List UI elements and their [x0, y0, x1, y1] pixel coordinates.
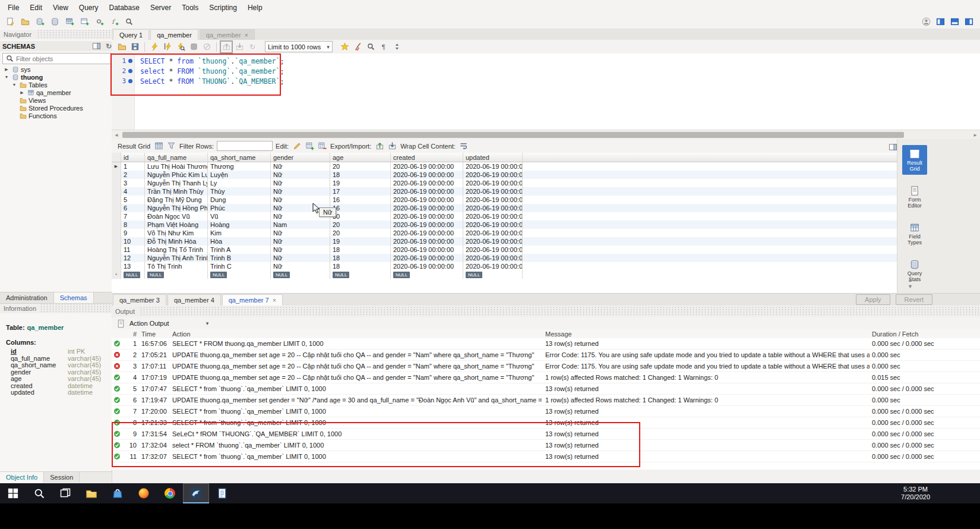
execute-current-icon[interactable] [162, 42, 173, 52]
tree-item-qa_member[interactable]: ▶qa_member [1, 89, 110, 96]
tree-arrow-icon[interactable]: ▶ [4, 67, 10, 72]
grid-cell[interactable]: 13 [121, 262, 145, 270]
grid-cell[interactable]: 2020-06-19 00:00:00 [463, 196, 523, 204]
grid-cell[interactable]: 2020-06-19 00:00:00 [391, 162, 463, 171]
chrome-button[interactable] [157, 483, 183, 503]
column-header-qa_full_name[interactable]: qa_full_name [145, 153, 208, 162]
menu-file[interactable]: File [2, 1, 24, 14]
tab-session[interactable]: Session [44, 472, 80, 483]
query-tab-3[interactable]: qa_member× [200, 29, 255, 40]
grid-cell[interactable]: 19 [330, 237, 391, 245]
grid-cell[interactable]: Nữ [271, 179, 330, 187]
toggle-left-panel-icon[interactable] [935, 16, 946, 27]
save-script-icon[interactable] [129, 42, 140, 52]
new-procedure-icon[interactable] [94, 17, 105, 27]
editor-line-1[interactable]: 1SELECT * from `thuong`.`qa_member`; [112, 56, 980, 66]
grid-cell[interactable]: Nữ [271, 196, 330, 204]
edit-record-icon[interactable] [292, 141, 302, 152]
close-tab-icon[interactable]: × [273, 297, 276, 304]
rollback-icon[interactable] [234, 42, 245, 52]
grid-row[interactable]: 12Nguyễn Thị Anh TrinhTrinh BNữ182020-06… [112, 254, 897, 262]
grid-cell[interactable]: 2020-06-19 00:00:00 [391, 229, 463, 237]
grid-cell[interactable]: Nam [271, 221, 330, 229]
grid-cell[interactable]: NULL [208, 270, 271, 279]
tree-item-views[interactable]: Views [1, 96, 110, 104]
tree-arrow-icon[interactable]: ▼ [4, 75, 10, 79]
grid-cell[interactable]: Thương [208, 162, 271, 171]
grid-cell[interactable]: 30 [330, 212, 391, 221]
export-recordset-icon[interactable] [374, 141, 385, 152]
grid-cell[interactable]: Kim [208, 229, 271, 237]
sort-filter-icon[interactable] [166, 141, 176, 152]
grid-cell[interactable]: 2020-06-19 00:00:00 [463, 221, 523, 229]
grid-cell[interactable]: NULL [271, 270, 330, 279]
grid-cell[interactable]: Đặng Thị Mỹ Dung [145, 196, 208, 204]
column-header-id[interactable]: id [121, 153, 145, 162]
grid-cell[interactable]: 3 [121, 179, 145, 187]
grid-cell[interactable]: 2020-06-19 00:00:00 [391, 212, 463, 221]
grid-cell[interactable]: Nữ [271, 229, 330, 237]
grid-cell[interactable]: 2020-06-19 00:00:00 [463, 162, 523, 171]
grid-cell[interactable]: NULL [330, 270, 391, 279]
new-view-icon[interactable] [79, 17, 90, 27]
panel-tile-field-types[interactable]: FieldTypes [902, 219, 927, 248]
grid-row[interactable]: 8Phạm Việt HoàngHoàngNam202020-06-19 00:… [112, 221, 897, 229]
search-data-icon[interactable] [124, 17, 134, 27]
grid-cell[interactable]: 18 [330, 245, 391, 254]
grid-row[interactable]: 2Nguyễn Phúc Kim LuyệnLuyệnNữ182020-06-1… [112, 171, 897, 179]
query-tab-1[interactable]: Query 1 [113, 29, 149, 40]
grid-cell[interactable]: 2020-06-19 00:00:00 [391, 237, 463, 245]
find-icon[interactable] [366, 42, 377, 52]
tree-item-stored-procedures[interactable]: Stored Procedures [1, 104, 110, 112]
grid-cell[interactable]: 2020-06-19 00:00:00 [391, 187, 463, 196]
grid-cell[interactable]: 2020-06-19 00:00:00 [391, 262, 463, 270]
open-script-icon[interactable] [116, 42, 127, 52]
collapse-panel-icon[interactable] [91, 41, 102, 52]
tab-schemas[interactable]: Schemas [54, 292, 94, 303]
tree-arrow-icon[interactable]: ▶ [19, 90, 25, 95]
output-row[interactable]: 617:19:47UPDATE thuong.qa_member set gen… [112, 395, 980, 406]
tree-item-tables[interactable]: ▼Tables [1, 81, 110, 89]
grid-cell[interactable]: 19 [330, 179, 391, 187]
account-icon[interactable] [921, 16, 931, 27]
scrollbar-track[interactable] [121, 131, 970, 138]
grid-insert-row[interactable]: *NULLNULLNULLNULLNULLNULLNULL [112, 270, 897, 279]
editor-horizontal-scrollbar[interactable]: ◄ ► [112, 130, 980, 140]
grid-cell[interactable]: Nữ [271, 162, 330, 171]
firefox-button[interactable] [131, 483, 157, 503]
grid-cell[interactable]: Đỗ Thị Minh Hòa [145, 237, 208, 245]
grid-cell[interactable]: Nữ [271, 245, 330, 254]
inspector-icon[interactable] [49, 17, 60, 27]
grid-row[interactable]: 4Trần Thị Minh ThùyThùyNữ172020-06-19 00… [112, 187, 897, 196]
grid-cell[interactable]: 2020-06-19 00:00:00 [463, 212, 523, 221]
close-tab-icon[interactable]: × [245, 32, 248, 39]
menu-query[interactable]: Query [74, 1, 104, 14]
grid-cell[interactable]: Nguyễn Thị Anh Trinh [145, 254, 208, 262]
grid-cell[interactable]: 16 [330, 196, 391, 204]
grid-cell[interactable]: 9 [121, 229, 145, 237]
taskbar-clock[interactable]: 5:32 PM 7/20/2020 [901, 486, 930, 501]
grid-row[interactable]: 11Hoàng Thị Tố TrinhTrinh ANữ182020-06-1… [112, 245, 897, 254]
output-row[interactable]: 917:31:54SeLeCt * fROM `THUONG`.`QA_MEMB… [112, 429, 980, 440]
menu-view[interactable]: View [48, 1, 74, 14]
grid-row[interactable]: 3Nguyễn Thị Thanh LyLyNữ192020-06-19 00:… [112, 179, 897, 187]
tree-item-sys[interactable]: ▶sys [1, 65, 110, 73]
explain-icon[interactable] [175, 42, 186, 52]
grid-cell[interactable]: Dung [208, 196, 271, 204]
grid-cell[interactable]: 18 [330, 262, 391, 270]
action-output-icon[interactable] [115, 318, 126, 329]
scroll-left-icon[interactable]: ◄ [112, 133, 121, 138]
column-header-qa_short_name[interactable]: qa_short_name [208, 153, 271, 162]
limit-rows-dropdown[interactable]: Limit to 1000 rows▾ [265, 41, 333, 52]
output-row[interactable]: 217:05:21UPDATE thuong.qa_member set age… [112, 349, 980, 361]
grid-cell[interactable]: 2020-06-19 00:00:00 [463, 204, 523, 212]
grid-cell[interactable]: 2020-06-19 00:00:00 [391, 171, 463, 179]
grid-cell[interactable]: 2020-06-19 00:00:00 [391, 254, 463, 262]
column-header-created[interactable]: created [391, 153, 463, 162]
output-row[interactable]: 517:07:47SELECT * from `thuong`.`qa_memb… [112, 383, 980, 395]
grid-cell[interactable]: 2020-06-19 00:00:00 [463, 229, 523, 237]
wrap-cell-icon[interactable] [459, 141, 469, 152]
menu-tools[interactable]: Tools [176, 1, 204, 14]
filter-rows-input[interactable] [217, 141, 273, 151]
grid-cell[interactable]: Nữ [271, 237, 330, 245]
